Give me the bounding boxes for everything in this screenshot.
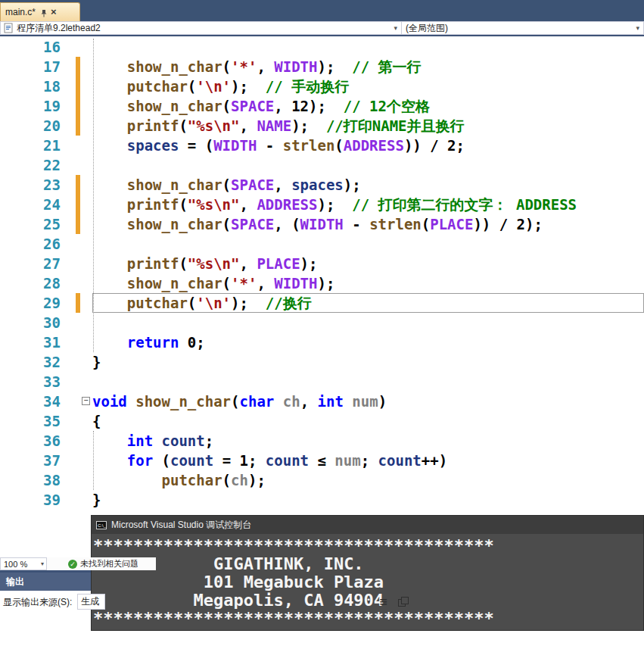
word-wrap-icon[interactable]: ≡ (379, 597, 390, 607)
code-text: int count; (92, 431, 644, 451)
console-line: **************************************** (93, 610, 643, 628)
code-line[interactable]: 27 printf("%s\n", PLACE); (0, 254, 644, 273)
code-line[interactable]: 35{ (0, 411, 644, 431)
line-number: 19 (0, 96, 61, 116)
line-number: 17 (0, 57, 61, 76)
line-number: 22 (0, 155, 61, 175)
code-line[interactable]: 24 printf("%s\n", ADDRESS); // 打印第二行的文字：… (0, 195, 644, 214)
console-line: 101 Megabuck Plaza (93, 573, 643, 591)
code-line[interactable]: 36 int count; (0, 431, 644, 451)
zoom-select[interactable]: 100 % ▾ (0, 557, 47, 570)
editor-gutter (61, 76, 92, 96)
chevron-down-icon: ▾ (394, 24, 397, 32)
c-file-icon (4, 23, 13, 33)
editor-gutter (61, 451, 92, 470)
code-text: show_n_char(SPACE, (WIDTH - strlen(PLACE… (92, 214, 644, 234)
line-number: 26 (0, 234, 61, 254)
code-text: void show_n_char(char ch, int num) (92, 392, 644, 411)
line-number: 23 (0, 175, 61, 195)
line-number: 20 (0, 116, 61, 136)
line-number: 35 (0, 411, 61, 431)
line-number: 33 (0, 372, 61, 392)
editor-gutter (61, 175, 92, 195)
code-line[interactable]: 17 show_n_char('*', WIDTH); // 第一行 (0, 57, 644, 76)
line-number: 29 (0, 293, 61, 313)
console-line: Megapolis, CA 94904 (93, 591, 643, 610)
console-line: GIGATHINK, INC. (93, 555, 643, 573)
document-dropdown[interactable]: 程序清单9.2lethead2 ▾ (0, 21, 402, 35)
code-text: putchar('\n'); //换行 (92, 293, 644, 313)
code-text: { (92, 411, 644, 431)
editor-gutter (61, 332, 92, 352)
code-editor[interactable]: 1617 show_n_char('*', WIDTH); // 第一行18 p… (0, 36, 644, 570)
zoom-level: 100 % (4, 560, 27, 569)
navigation-bar: 程序清单9.2lethead2 ▾ (全局范围) ▾ (0, 21, 644, 35)
code-line[interactable]: 23 show_n_char(SPACE, spaces); (0, 175, 644, 195)
tab-title: main.c* (5, 7, 36, 17)
code-line[interactable]: 39} (0, 490, 644, 510)
code-text (92, 313, 644, 332)
code-line[interactable]: 37 for (count = 1; count ≤ num; count++) (0, 451, 644, 470)
line-number: 39 (0, 490, 61, 510)
editor-gutter (61, 273, 92, 293)
editor-gutter (61, 155, 92, 175)
code-line[interactable]: 38 putchar(ch); (0, 470, 644, 490)
code-line[interactable]: 32} (0, 352, 644, 372)
debug-console-window[interactable]: C:\_ Microsoft Visual Studio 调试控制台 *****… (91, 515, 644, 631)
fold-marker-icon[interactable]: − (82, 397, 90, 405)
code-text: putchar(ch); (92, 470, 644, 490)
chevron-down-icon: ▾ (636, 24, 639, 32)
pin-icon[interactable] (39, 8, 48, 17)
line-number: 34 (0, 392, 61, 411)
console-title: Microsoft Visual Studio 调试控制台 (111, 519, 251, 532)
change-bar (76, 175, 80, 195)
code-text: putchar('\n'); // 手动换行 (92, 76, 644, 96)
code-line[interactable]: 21 spaces = (WIDTH - strlen(ADDRESS)) / … (0, 136, 644, 155)
line-number: 38 (0, 470, 61, 490)
code-text (92, 155, 644, 175)
editor-gutter: − (61, 392, 92, 411)
code-text: printf("%s\n", PLACE); (92, 254, 644, 273)
code-line[interactable]: 28 show_n_char('*', WIDTH); (0, 273, 644, 293)
code-line[interactable]: 22 (0, 155, 644, 175)
tab-main-c[interactable]: main.c* × (0, 2, 80, 21)
code-text: show_n_char('*', WIDTH); (92, 273, 644, 293)
code-line[interactable]: 18 putchar('\n'); // 手动换行 (0, 76, 644, 96)
code-text: show_n_char(SPACE, 12); // 12个空格 (92, 96, 644, 116)
editor-gutter (61, 37, 92, 57)
editor-gutter (61, 195, 92, 214)
code-line[interactable]: 29 putchar('\n'); //换行 (0, 293, 644, 313)
editor-gutter (61, 411, 92, 431)
document-health-indicator[interactable]: ✓ 未找到相关问题 (68, 558, 138, 570)
code-line[interactable]: 31 return 0; (0, 332, 644, 352)
editor-gutter (61, 352, 92, 372)
pin-output-icon[interactable] (398, 597, 408, 607)
code-line[interactable]: 34−void show_n_char(char ch, int num) (0, 392, 644, 411)
code-text (92, 37, 644, 57)
console-icon: C:\_ (96, 521, 107, 529)
scope-dropdown[interactable]: (全局范围) ▾ (401, 21, 644, 35)
code-line[interactable]: 16 (0, 37, 644, 57)
code-line[interactable]: 19 show_n_char(SPACE, 12); // 12个空格 (0, 96, 644, 116)
output-source-dropdown[interactable]: 生成 (77, 594, 105, 610)
code-line[interactable]: 30 (0, 313, 644, 332)
console-line: **************************************** (93, 537, 643, 555)
editor-gutter (61, 57, 92, 76)
editor-gutter (61, 96, 92, 116)
tab-bar: main.c* × (0, 0, 644, 21)
console-title-bar[interactable]: C:\_ Microsoft Visual Studio 调试控制台 (92, 516, 643, 534)
line-number: 16 (0, 37, 61, 57)
editor-gutter (61, 254, 92, 273)
editor-status-strip: 100 % ▾ ✓ 未找到相关问题 (0, 557, 156, 570)
code-line[interactable]: 33 (0, 372, 644, 392)
line-number: 25 (0, 214, 61, 234)
code-line[interactable]: 25 show_n_char(SPACE, (WIDTH - strlen(PL… (0, 214, 644, 234)
code-line[interactable]: 26 (0, 234, 644, 254)
editor-gutter (61, 116, 92, 136)
output-panel-title: 输出 (6, 576, 24, 588)
editor-gutter (61, 490, 92, 510)
health-label: 未找到相关问题 (80, 558, 138, 570)
close-icon[interactable]: × (51, 8, 57, 17)
code-line[interactable]: 20 printf("%s\n", NAME); //打印NAME并且换行 (0, 116, 644, 136)
line-number: 36 (0, 431, 61, 451)
